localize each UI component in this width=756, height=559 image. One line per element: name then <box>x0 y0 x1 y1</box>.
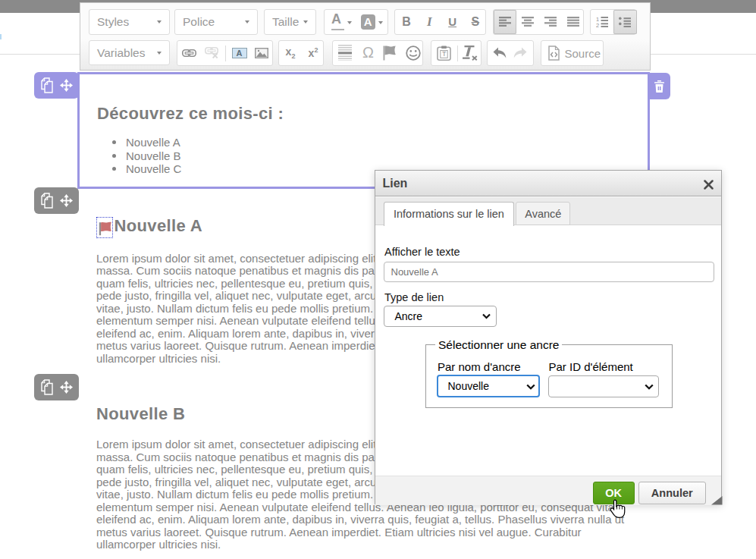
svg-text:2: 2 <box>596 22 599 27</box>
svg-text:A: A <box>236 49 242 58</box>
svg-text:T: T <box>442 50 447 58</box>
